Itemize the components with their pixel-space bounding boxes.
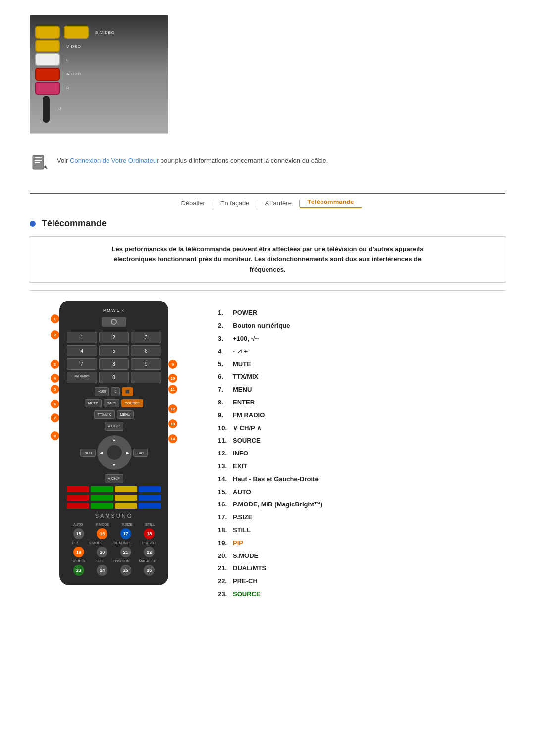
feature-num-10: 10. (218, 423, 233, 434)
warning-box: Les performances de la télécommande peuv… (30, 236, 505, 283)
badge-10: 10 (168, 374, 177, 383)
btn-plus100[interactable]: +100 (95, 387, 109, 396)
number-pad: 1 2 3 4 5 6 7 8 9 FM RADIO 0 (67, 332, 161, 383)
color-btn-yellow[interactable] (115, 486, 137, 492)
nc-17[interactable]: 17 (120, 528, 131, 539)
color-btn3-green[interactable] (91, 503, 113, 509)
feature-num-20: 20. (218, 551, 233, 561)
feature-num-16: 16. (218, 500, 233, 510)
nav-circle[interactable]: ▲ ▼ ◀ ▶ (97, 435, 132, 470)
num-btn-9[interactable]: 9 (131, 358, 161, 370)
control-row-vol: MUTE CALR SOURCE (67, 399, 161, 407)
btn-exit[interactable]: EXIT (133, 449, 148, 457)
num-btn-0[interactable]: 0 (99, 372, 129, 383)
nc-19[interactable]: 19 (73, 547, 84, 557)
feature-num-1: 1. (218, 308, 233, 318)
badge-3: 3 (51, 360, 59, 369)
color-btn2-red[interactable] (67, 495, 89, 501)
nc-24[interactable]: 24 (97, 565, 107, 576)
breadcrumb-alarriere[interactable]: A l'arrière (257, 200, 300, 207)
breadcrumb-enfacade[interactable]: En façade (213, 200, 258, 207)
feature-item-15: 15. AUTO (218, 487, 505, 498)
num-btn-fmradio[interactable]: FM RADIO (67, 372, 97, 383)
nc-16[interactable]: 16 (97, 528, 107, 539)
feature-label-13: EXIT (233, 461, 247, 472)
note-suffix: pour plus d'informations concernant la c… (159, 157, 328, 164)
feature-label-14: Haut - Bas et Gauche-Droite (233, 474, 319, 485)
btn-ttx[interactable]: TTX/MIX (94, 410, 115, 419)
num-btn-1[interactable]: 1 (67, 332, 97, 343)
color-buttons (67, 486, 161, 492)
feature-num-15: 15. (218, 487, 233, 498)
nc-15[interactable]: 15 (73, 528, 84, 539)
nc-18[interactable]: 18 (144, 528, 155, 539)
feature-num-13: 13. (218, 461, 233, 472)
btn-calr[interactable]: CALR (104, 399, 120, 407)
color-btn2-blue[interactable] (139, 495, 161, 501)
btn-menu[interactable]: MENU (117, 410, 134, 419)
feature-label-9: FM RADIO (233, 410, 265, 421)
num-btn-2[interactable]: 2 (99, 332, 129, 343)
btn-zero[interactable]: 0 (111, 387, 120, 396)
remote-image-area: 1 2 3 4 5 6 7 8 9 10 11 12 13 14 POWER (30, 301, 198, 602)
lbl-psize: P.SIZE (122, 523, 132, 526)
nc-26[interactable]: 26 (144, 565, 155, 576)
bottom-labels-row2: PIP S.MODE DUAL/MTS PRE-CH (67, 541, 161, 545)
feature-num-6: 6. (218, 372, 233, 382)
num-btn-8[interactable]: 8 (99, 358, 129, 370)
num-btn-6[interactable]: 6 (131, 345, 161, 356)
color-btn3-red[interactable] (67, 503, 89, 509)
feature-num-2: 2. (218, 321, 233, 331)
feature-item-22: 22. PRE-CH (218, 576, 505, 587)
badge-7: 7 (51, 413, 59, 422)
badge-6: 6 (51, 400, 59, 408)
remote-wrapper: 1 2 3 4 5 6 7 8 9 10 11 12 13 14 POWER (59, 301, 168, 585)
color-btn2-green[interactable] (91, 495, 113, 501)
num-btn-4[interactable]: 4 (67, 345, 97, 356)
nc-25[interactable]: 25 (120, 565, 131, 576)
svg-marker-4 (44, 165, 48, 169)
color-btn2-yellow[interactable] (115, 495, 137, 501)
num-btn-3[interactable]: 3 (131, 332, 161, 343)
feature-item-8: 8. ENTER (218, 398, 505, 408)
feature-item-19: 19. PIP (218, 538, 505, 549)
btn-source-top[interactable]: SOURCE (121, 399, 143, 407)
remote-power-btn[interactable] (102, 317, 126, 327)
feature-label-7: MENU (233, 385, 252, 395)
feature-label-11: SOURCE (233, 436, 261, 446)
note-link[interactable]: Connexion de Votre Ordinateur (70, 157, 159, 164)
badge-9: 9 (168, 360, 177, 369)
nc-22[interactable]: 22 (144, 547, 155, 557)
breadcrumb-telecommande[interactable]: Télécommande (300, 198, 362, 208)
nc-23[interactable]: 23 (73, 565, 84, 576)
feature-label-19: PIP (233, 538, 243, 549)
color-btn-blue[interactable] (139, 486, 161, 492)
feature-list: 1. POWER 2. Bouton numérique 3. +100, -/… (218, 301, 505, 602)
feature-num-19: 19. (218, 538, 233, 549)
btn-info[interactable]: INFO (80, 449, 96, 457)
color-btn-red[interactable] (67, 486, 89, 492)
feature-label-2: Bouton numérique (233, 321, 290, 331)
breadcrumb-nav: Déballer En façade A l'arrière Télécomma… (30, 193, 505, 208)
feature-item-18: 18. STILL (218, 525, 505, 536)
btn-mute[interactable]: MUTE (85, 399, 102, 407)
num-btn-5[interactable]: 5 (99, 345, 129, 356)
btn-ch-up[interactable]: ∧ CH/P (105, 422, 123, 431)
breadcrumb-deballer[interactable]: Déballer (173, 200, 213, 207)
feature-label-17: P.SIZE (233, 512, 253, 523)
color-btn3-blue[interactable] (139, 503, 161, 509)
top-image-section: S-VIDEO VIDEO L AUDIO R ↺ (30, 15, 505, 134)
feature-item-11: 11. SOURCE (218, 436, 505, 446)
bottom-circles-row2: 19 20 21 22 (67, 547, 161, 557)
num-btn-7[interactable]: 7 (67, 358, 97, 370)
nc-20[interactable]: 20 (97, 547, 107, 557)
color-btn-green[interactable] (91, 486, 113, 492)
btn-minus[interactable]: ⬛ (122, 387, 133, 396)
feature-label-12: INFO (233, 449, 248, 459)
feature-item-5: 5. MUTE (218, 359, 505, 370)
btn-ch-down[interactable]: ∨ CH/P (105, 474, 123, 483)
nc-21[interactable]: 21 (120, 547, 131, 557)
feature-num-9: 9. (218, 410, 233, 421)
color-btn3-yellow[interactable] (115, 503, 137, 509)
nav-enter-btn[interactable] (107, 445, 122, 460)
